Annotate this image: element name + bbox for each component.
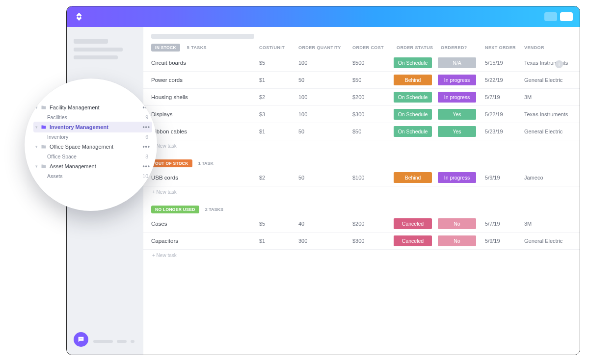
cell-next-order[interactable]: 5/22/19 — [485, 111, 524, 117]
cell-ordered[interactable]: Yes — [441, 126, 485, 137]
task-name[interactable]: Displays — [151, 111, 259, 117]
cell-order-qty[interactable]: 100 — [298, 94, 352, 100]
task-name[interactable]: Housing shells — [151, 94, 259, 100]
chevron-down-icon[interactable]: ▾ — [35, 105, 38, 110]
cell-ordered[interactable]: No — [441, 218, 485, 229]
task-name[interactable]: Circuit boards — [151, 60, 259, 66]
col-order-cost[interactable]: ORDER COST — [352, 45, 397, 50]
cell-vendor[interactable]: Texas Instruments — [524, 111, 572, 117]
sidebar-folder[interactable]: ▾Asset Management••• — [33, 161, 152, 172]
cell-order-status[interactable]: On Schedule — [397, 109, 441, 120]
cell-cost-unit[interactable]: $1 — [259, 238, 298, 244]
sidebar-list-item[interactable]: Inventory6 — [33, 132, 152, 141]
more-icon[interactable]: ••• — [142, 143, 150, 150]
cell-order-status[interactable]: On Schedule — [397, 126, 441, 137]
sidebar-folder[interactable]: ▾Inventory Management••• — [33, 122, 152, 132]
cell-cost-unit[interactable]: $1 — [259, 129, 298, 134]
cell-vendor[interactable]: General Electric — [524, 77, 572, 83]
cell-order-status[interactable]: On Schedule — [397, 92, 441, 103]
add-column-button[interactable]: + — [555, 60, 563, 68]
col-ordered[interactable]: ORDERED? — [441, 45, 485, 50]
sidebar-list-item[interactable]: Facilities9 — [33, 113, 152, 122]
chevron-down-icon[interactable]: ▾ — [35, 125, 38, 130]
more-icon[interactable]: ••• — [142, 163, 150, 170]
task-name[interactable]: Cases — [151, 221, 259, 227]
cell-cost-unit[interactable]: $5 — [259, 221, 298, 227]
cell-cost-unit[interactable]: $3 — [259, 111, 298, 117]
col-next-order[interactable]: NEXT ORDER — [485, 45, 524, 50]
cell-vendor[interactable]: Jameco — [524, 175, 572, 181]
cell-next-order[interactable]: 5/7/19 — [485, 94, 524, 100]
cell-ordered[interactable]: In progress — [441, 172, 485, 183]
table-row[interactable]: USB cords$250$100BehindIn progress5/9/19… — [143, 169, 580, 186]
table-row[interactable]: Power cords$150$50BehindIn progress5/22/… — [143, 72, 580, 89]
sidebar-folder[interactable]: ▾Facility Management••• — [33, 102, 152, 113]
col-vendor[interactable]: VENDOR — [524, 45, 572, 50]
sidebar-list-item[interactable]: Assets10 — [33, 172, 152, 181]
cell-order-cost[interactable]: $50 — [352, 129, 397, 134]
cell-next-order[interactable]: 5/15/19 — [485, 60, 524, 66]
cell-order-status[interactable]: Canceled — [397, 218, 441, 229]
header-chip-b[interactable] — [560, 12, 573, 21]
cell-ordered[interactable]: Yes — [441, 109, 485, 120]
cell-order-cost[interactable]: $500 — [352, 60, 397, 66]
sidebar-list-item[interactable]: Office Space8 — [33, 152, 152, 161]
chevron-down-icon[interactable]: ▾ — [35, 144, 38, 149]
table-row[interactable]: Capacitors$1300$300CanceledNo5/9/19Gener… — [143, 233, 580, 250]
cell-order-qty[interactable]: 40 — [298, 221, 352, 227]
task-name[interactable]: Ribbon cables — [151, 129, 259, 134]
group-status-pill[interactable]: OUT OF STOCK — [151, 159, 192, 167]
cell-order-qty[interactable]: 100 — [298, 60, 352, 66]
cell-order-qty[interactable]: 50 — [298, 129, 352, 134]
group-status-pill[interactable]: NO LONGER USED — [151, 206, 199, 213]
new-task-button[interactable]: + New task — [143, 140, 580, 154]
task-name[interactable]: Capacitors — [151, 238, 259, 244]
cell-order-cost[interactable]: $200 — [352, 94, 397, 100]
cell-order-qty[interactable]: 50 — [298, 77, 352, 83]
cell-next-order[interactable]: 5/23/19 — [485, 129, 524, 134]
task-name[interactable]: Power cords — [151, 77, 259, 83]
cell-cost-unit[interactable]: $2 — [259, 175, 298, 181]
cell-vendor[interactable]: General Electric — [524, 238, 572, 244]
cell-vendor[interactable]: 3M — [524, 94, 572, 100]
cell-order-cost[interactable]: $300 — [352, 238, 397, 244]
cell-order-status[interactable]: Behind — [397, 75, 441, 85]
cell-next-order[interactable]: 5/7/19 — [485, 221, 524, 227]
table-row[interactable]: Housing shells$2100$200On ScheduleIn pro… — [143, 89, 580, 106]
cell-order-status[interactable]: On Schedule — [397, 57, 441, 68]
task-name[interactable]: USB cords — [151, 175, 259, 181]
table-row[interactable]: Cases$540$200CanceledNo5/7/193M — [143, 215, 580, 233]
sidebar-folder[interactable]: ▾Office Space Management••• — [33, 141, 152, 152]
cell-order-status[interactable]: Behind — [397, 172, 441, 183]
cell-order-status[interactable]: Canceled — [397, 235, 441, 246]
group-status-pill[interactable]: IN STOCK — [151, 44, 180, 52]
cell-next-order[interactable]: 5/9/19 — [485, 238, 524, 244]
chevron-down-icon[interactable]: ▾ — [35, 164, 38, 169]
table-row[interactable]: Ribbon cables$150$50On ScheduleYes5/23/1… — [143, 123, 580, 140]
col-order-status[interactable]: ORDER STATUS — [397, 45, 441, 50]
new-task-button[interactable]: + New task — [143, 250, 580, 263]
cell-ordered[interactable]: In progress — [441, 92, 485, 103]
cell-order-qty[interactable]: 50 — [298, 175, 352, 181]
cell-order-cost[interactable]: $200 — [352, 221, 397, 227]
cell-next-order[interactable]: 5/9/19 — [485, 175, 524, 181]
cell-ordered[interactable]: N/A — [441, 57, 485, 68]
new-task-button[interactable]: + New task — [143, 186, 580, 200]
cell-ordered[interactable]: No — [441, 235, 485, 246]
cell-vendor[interactable]: Texas Instruments — [524, 60, 572, 66]
col-order-qty[interactable]: ORDER QUANTITY — [298, 45, 352, 50]
cell-cost-unit[interactable]: $2 — [259, 94, 298, 100]
cell-order-qty[interactable]: 100 — [298, 111, 352, 117]
chat-fab[interactable] — [74, 332, 88, 347]
more-icon[interactable]: ••• — [142, 124, 150, 130]
header-chip-a[interactable] — [544, 12, 557, 21]
cell-vendor[interactable]: 3M — [524, 221, 572, 227]
cell-order-cost[interactable]: $300 — [352, 111, 397, 117]
table-row[interactable]: Displays$3100$300On ScheduleYes5/22/19Te… — [143, 106, 580, 123]
table-row[interactable]: Circuit boards$5100$500On ScheduleN/A5/1… — [143, 54, 580, 72]
cell-order-qty[interactable]: 300 — [298, 238, 352, 244]
cell-order-cost[interactable]: $100 — [352, 175, 397, 181]
cell-cost-unit[interactable]: $5 — [259, 60, 298, 66]
cell-ordered[interactable]: In progress — [441, 75, 485, 85]
col-cost-unit[interactable]: COST/UNIT — [259, 45, 298, 50]
